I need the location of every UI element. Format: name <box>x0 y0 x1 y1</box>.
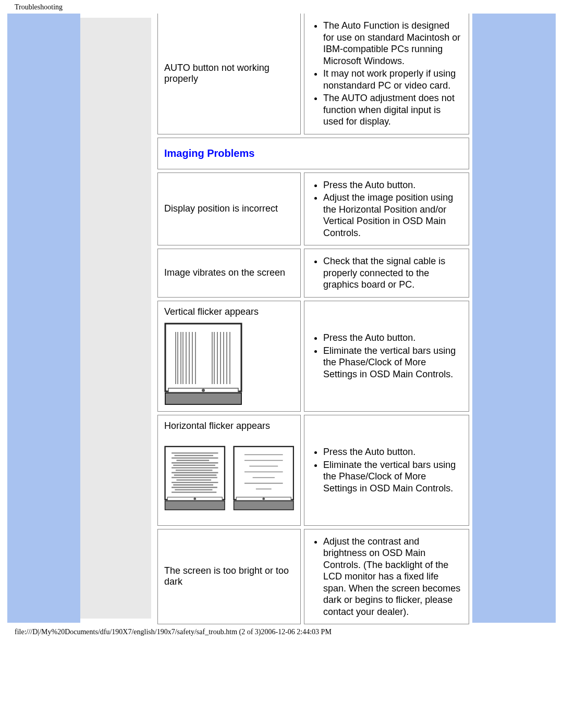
list-item: Press the Auto button. <box>323 332 462 344</box>
cell-solution: Press the Auto button. Adjust the image … <box>304 172 469 246</box>
label-text: Vertical flicker appears <box>164 306 294 317</box>
monitor-vertical-flicker-icon <box>164 323 242 406</box>
cell-solution: Check that the signal cable is properly … <box>304 249 469 298</box>
frame: AUTO button not working properly The Aut… <box>7 14 556 623</box>
label-text: Image vibrates on the screen <box>164 267 294 278</box>
list-item: Eliminate the vertical bars using the Ph… <box>323 459 462 495</box>
label-text: Horizontal flicker appears <box>164 421 294 431</box>
row-section-imaging: Imaging Problems <box>157 138 469 169</box>
section-heading: Imaging Problems <box>164 147 462 159</box>
cell-label: Display position is incorrect <box>157 172 301 246</box>
list-item: It may not work properly if using nonsta… <box>323 68 462 91</box>
row-horizontal-flicker: Horizontal flicker appears <box>157 415 469 526</box>
cell-label: The screen is too bright or too dark <box>157 529 301 625</box>
list-item: The AUTO adjustment does not function wh… <box>323 92 462 128</box>
label-text: Display position is incorrect <box>164 203 294 214</box>
solution-list: Press the Auto button. Eliminate the ver… <box>323 445 462 495</box>
row-brightness: The screen is too bright or too dark Adj… <box>157 529 469 625</box>
monitor-horizontal-dense-icon <box>164 437 226 520</box>
sidebar-placeholder <box>80 18 151 619</box>
list-item: Press the Auto button. <box>323 179 462 191</box>
svg-rect-1 <box>165 393 241 404</box>
list-item: Eliminate the vertical bars using the Ph… <box>323 345 462 380</box>
row-display-position: Display position is incorrect Press the … <box>157 172 469 246</box>
main-column: AUTO button not working properly The Aut… <box>157 14 469 623</box>
page-header-title: Troubleshooting <box>15 3 63 11</box>
row-image-vibrates: Image vibrates on the screen Check that … <box>157 249 469 298</box>
list-item: Press the Auto button. <box>323 446 462 458</box>
svg-point-3 <box>202 389 205 392</box>
svg-point-22 <box>193 497 196 500</box>
solution-list: Adjust the contrast and brightness on OS… <box>323 535 462 619</box>
label-text: AUTO button not working properly <box>164 63 294 84</box>
list-item: Check that the signal cable is properly … <box>323 255 462 291</box>
cell-label: Horizontal flicker appears <box>157 415 301 526</box>
cell-solution: Adjust the contrast and brightness on OS… <box>304 529 469 625</box>
svg-point-43 <box>262 497 265 500</box>
label-text: The screen is too bright or too dark <box>164 565 294 587</box>
monitor-horizontal-sparse-icon <box>233 437 295 520</box>
solution-list: Check that the signal cable is properly … <box>323 254 462 292</box>
cell-solution: Press the Auto button. Eliminate the ver… <box>304 415 469 526</box>
list-item: Adjust the image position using the Hori… <box>323 192 462 239</box>
row-vertical-flicker: Vertical flicker appears <box>157 301 469 412</box>
list-item: Adjust the contrast and brightness on OS… <box>323 536 462 618</box>
cell-solution: Press the Auto button. Eliminate the ver… <box>304 301 469 412</box>
section-heading-cell: Imaging Problems <box>157 138 469 169</box>
content-area: AUTO button not working properly The Aut… <box>80 14 472 623</box>
illustration-row <box>164 323 294 406</box>
cell-label: AUTO button not working properly <box>157 14 301 134</box>
svg-rect-20 <box>165 501 225 510</box>
cell-solution: The Auto Function is designed for use on… <box>304 14 469 134</box>
footer-file-path: file:///D|/My%20Documents/dfu/190X7/engl… <box>15 628 332 636</box>
svg-rect-41 <box>234 501 293 510</box>
row-auto-button: AUTO button not working properly The Aut… <box>157 14 469 134</box>
illustration-row <box>164 437 294 520</box>
cell-label: Vertical flicker appears <box>157 301 301 412</box>
solution-list: Press the Auto button. Adjust the image … <box>323 178 462 240</box>
cell-label: Image vibrates on the screen <box>157 249 301 298</box>
solution-list: The Auto Function is designed for use on… <box>323 19 462 129</box>
list-item: The Auto Function is designed for use on… <box>323 20 462 67</box>
solution-list: Press the Auto button. Eliminate the ver… <box>323 331 462 381</box>
